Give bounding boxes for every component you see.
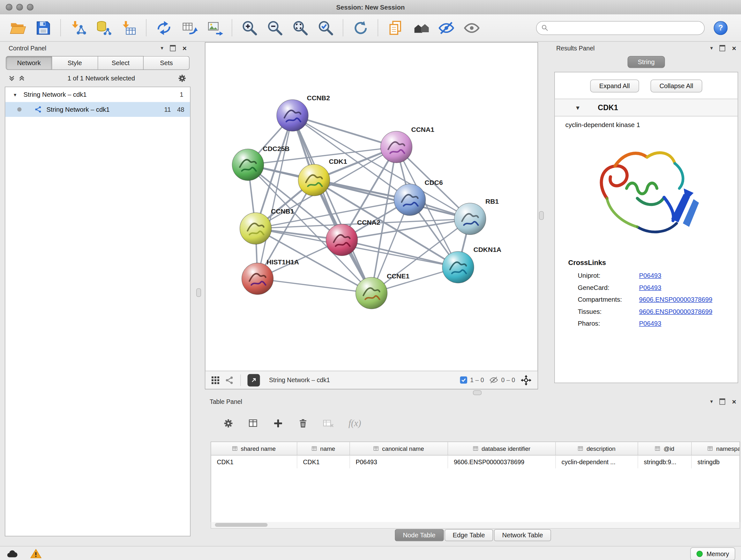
network-node-ccnb1[interactable] [240, 212, 272, 244]
expander-triangle-icon[interactable]: ▼ [13, 92, 19, 97]
delete-column-trash-icon[interactable] [298, 418, 308, 429]
maximize-window-button[interactable] [27, 4, 33, 10]
network-node-rb1[interactable] [455, 203, 486, 235]
tab-node-table[interactable]: Node Table [395, 530, 444, 542]
table-cell[interactable]: stringdb:9... [638, 455, 692, 469]
column-header-shared-name[interactable]: shared name [211, 442, 297, 455]
crosslink-value-link[interactable]: P06493 [639, 272, 662, 279]
selected-nodes-checkbox-icon[interactable] [460, 376, 468, 384]
network-node-ccna2[interactable] [326, 224, 358, 256]
cloud-status-icon[interactable] [6, 549, 19, 559]
tab-style[interactable]: Style [52, 56, 98, 70]
network-node-ccnb2[interactable] [277, 100, 308, 131]
network-node-ccne1[interactable] [356, 277, 387, 309]
table-row[interactable]: CDK1CDK1P064939606.ENSP00000378699cyclin… [211, 455, 740, 469]
memory-button[interactable]: Memory [690, 547, 735, 560]
column-header-namespace[interactable]: namespace [692, 442, 740, 455]
search-field[interactable] [536, 21, 704, 35]
zoom-out-button[interactable] [264, 17, 286, 39]
network-edge[interactable] [293, 116, 372, 294]
table-cell[interactable]: cyclin-dependent ... [556, 455, 638, 469]
network-edge[interactable] [293, 116, 397, 147]
tab-string[interactable]: String [628, 56, 665, 68]
section-expander-icon[interactable]: ▼ [575, 104, 581, 111]
show-columns-icon[interactable] [248, 418, 259, 429]
search-input[interactable] [551, 23, 699, 32]
vertical-splitter-handle[interactable] [196, 288, 201, 297]
save-session-button[interactable] [32, 17, 54, 39]
network-node-ccna1[interactable] [381, 131, 412, 163]
import-network-database-button[interactable] [92, 17, 115, 39]
tab-network[interactable]: Network [6, 56, 52, 70]
close-panel-icon[interactable]: × [732, 44, 736, 52]
panel-menu-icon[interactable]: ▾ [711, 399, 713, 404]
zoom-in-button[interactable] [239, 17, 260, 39]
panel-menu-icon[interactable]: ▾ [711, 45, 713, 51]
network-collection-row[interactable]: ▼ String Network – cdk1 1 [5, 87, 190, 102]
chevron-double-down-icon[interactable] [9, 75, 15, 82]
float-panel-icon[interactable] [720, 45, 725, 51]
column-header-name[interactable]: name [297, 442, 350, 455]
network-node-hist1h1a[interactable] [242, 263, 273, 295]
document-copy-button[interactable] [385, 17, 407, 39]
float-panel-icon[interactable] [170, 45, 176, 51]
network-edge[interactable] [258, 279, 372, 293]
help-button[interactable]: ? [714, 21, 728, 35]
network-overview-button[interactable] [225, 376, 233, 384]
crosslink-value-link[interactable]: P06493 [639, 320, 662, 327]
import-table-file-button[interactable] [118, 17, 140, 39]
minimize-window-button[interactable] [16, 4, 23, 10]
close-panel-icon[interactable]: × [732, 398, 736, 405]
network-view[interactable]: CCNB2CCNA1CDC25BCDK1CDC6RB1CCNB1CCNA2CDK… [205, 42, 538, 389]
export-network-button[interactable] [153, 17, 175, 39]
tab-sets[interactable]: Sets [144, 56, 190, 70]
column-header-canonical-name[interactable]: canonical name [350, 442, 448, 455]
gear-icon[interactable] [178, 74, 187, 83]
scrollbar-thumb[interactable] [215, 523, 268, 527]
protein-section-header[interactable]: ▼ CDK1 [555, 99, 738, 117]
network-node-cdc6[interactable] [394, 184, 426, 215]
close-panel-icon[interactable]: × [183, 44, 187, 52]
crosslink-value-link[interactable]: P06493 [639, 284, 662, 292]
network-node-cdc25b[interactable] [232, 149, 264, 181]
zoom-fit-button[interactable] [289, 17, 311, 39]
network-canvas[interactable]: CCNB2CCNA1CDC25BCDK1CDC6RB1CCNB1CCNA2CDK… [205, 43, 538, 371]
tab-select[interactable]: Select [98, 56, 144, 70]
warning-icon[interactable] [30, 549, 42, 559]
node-table[interactable]: shared namenamecanonical namedatabase id… [211, 442, 740, 523]
table-cell[interactable]: CDK1 [211, 455, 297, 469]
crosslink-value-link[interactable]: 9606.ENSP00000378699 [639, 308, 713, 315]
column-header--id[interactable]: @id [638, 442, 692, 455]
export-image-button[interactable] [204, 17, 226, 39]
open-session-button[interactable] [7, 17, 29, 39]
table-cell[interactable]: CDK1 [297, 455, 350, 469]
home-button[interactable] [410, 17, 432, 39]
table-horizontal-scrollbar[interactable] [211, 522, 740, 529]
crosslink-value-link[interactable]: 9606.ENSP00000378699 [639, 296, 713, 303]
column-header-description[interactable]: description [556, 442, 638, 455]
table-cell[interactable]: P06493 [350, 455, 448, 469]
table-settings-gear-icon[interactable] [223, 418, 233, 429]
close-window-button[interactable] [6, 4, 12, 10]
function-builder-button[interactable]: f(x) [348, 418, 361, 429]
export-table-button[interactable] [178, 17, 200, 39]
tab-network-table[interactable]: Network Table [494, 530, 551, 542]
refresh-button[interactable] [349, 17, 372, 39]
float-panel-icon[interactable] [720, 398, 725, 405]
panel-menu-icon[interactable]: ▾ [161, 45, 163, 51]
expand-all-button[interactable]: Expand All [590, 79, 639, 92]
create-column-plus-icon[interactable] [273, 418, 283, 429]
network-node-cdk1[interactable] [298, 165, 330, 196]
vertical-splitter-handle[interactable] [539, 211, 544, 220]
eye-slash-button[interactable] [435, 17, 457, 39]
crosshair-button[interactable] [521, 374, 532, 386]
import-network-file-button[interactable] [67, 17, 89, 39]
collapse-all-button[interactable]: Collapse All [650, 79, 702, 92]
horizontal-splitter-handle[interactable] [473, 390, 482, 395]
network-node-cdkn1a[interactable] [442, 252, 474, 283]
table-cell[interactable]: stringdb [692, 455, 740, 469]
table-cell[interactable]: 9606.ENSP00000378699 [448, 455, 556, 469]
zoom-selected-button[interactable] [315, 17, 337, 39]
column-header-database-identifier[interactable]: database identifier [448, 442, 556, 455]
open-in-new-button[interactable] [248, 374, 260, 386]
